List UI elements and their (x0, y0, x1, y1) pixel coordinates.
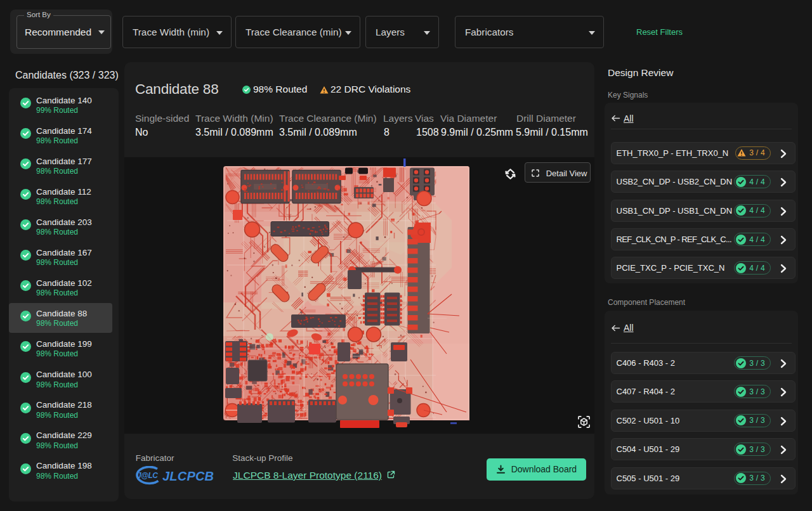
svg-text:J@LC: J@LC (137, 471, 158, 480)
svg-text:JLCPCB: JLCPCB (162, 469, 214, 483)
